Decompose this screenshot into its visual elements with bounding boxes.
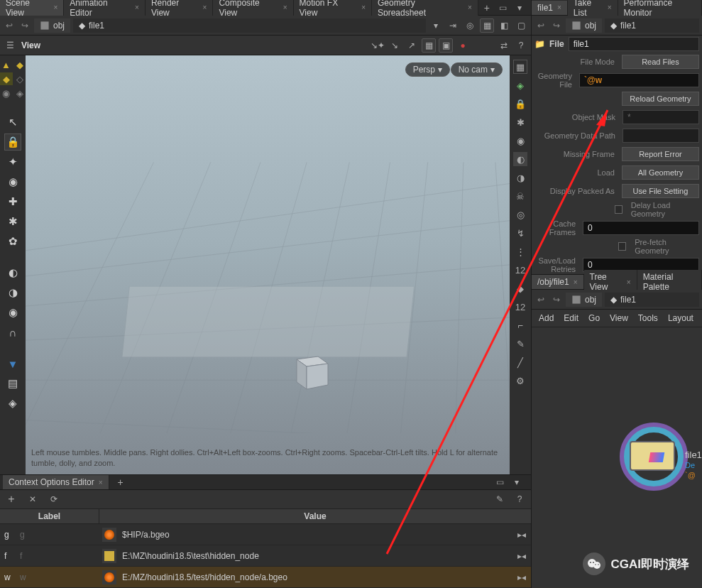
close-icon[interactable]: ×	[99, 479, 103, 486]
gear-icon[interactable]: ⚙	[513, 374, 527, 388]
maximize-icon[interactable]: ▭	[493, 475, 507, 489]
edit-icon[interactable]: ✎	[513, 337, 527, 351]
path-root[interactable]: obj	[34, 18, 70, 33]
camera-persp-button[interactable]: Persp▾	[405, 62, 450, 77]
missing-frame-button[interactable]: Report Error	[622, 147, 699, 161]
help-icon[interactable]: ?	[512, 492, 527, 506]
file-mode-button[interactable]: Read Files	[622, 55, 699, 69]
scale-icon[interactable]: ✚	[4, 193, 21, 210]
path-file[interactable]: ◆file1	[73, 18, 426, 33]
menu-edit[interactable]: Edit	[564, 313, 578, 323]
prefetch-checkbox[interactable]	[618, 242, 626, 251]
nums-icon[interactable]: 12	[513, 263, 527, 277]
close-icon[interactable]: ×	[627, 278, 631, 286]
load-button[interactable]: All Geometry	[622, 165, 699, 180]
geo-icon[interactable]: ◈	[13, 87, 26, 99]
close-icon[interactable]: ×	[203, 4, 207, 11]
cam-icon[interactable]: ◆	[0, 72, 13, 85]
close-icon[interactable]: ×	[283, 4, 287, 11]
file-node[interactable]: file1 De `@	[610, 420, 702, 505]
close-icon[interactable]: ×	[468, 4, 472, 11]
prims-icon[interactable]: ◆	[513, 281, 527, 295]
menu-icon[interactable]: ▾	[510, 475, 524, 489]
help-icon[interactable]: ?	[514, 38, 528, 53]
sculpt-icon[interactable]: ◉	[4, 304, 21, 321]
shadow-icon[interactable]: ◐	[513, 152, 527, 166]
nav-back-icon[interactable]: ↩	[534, 293, 547, 306]
geometry-file-input[interactable]	[579, 73, 699, 87]
pin-icon[interactable]: ⇥	[446, 18, 460, 33]
row-action-icon[interactable]: ▸◂	[512, 551, 531, 561]
nav-back-icon[interactable]: ↩	[3, 19, 16, 32]
ghost-icon[interactable]: ◧	[497, 18, 511, 33]
edit-icon[interactable]: ✎	[493, 492, 507, 506]
close-icon[interactable]: ×	[135, 4, 139, 11]
tab-context-options[interactable]: Context Options Editor×	[3, 475, 109, 489]
smooth-icon[interactable]: ∩	[4, 324, 21, 341]
xray-icon[interactable]: ◎	[513, 207, 527, 222]
menu-icon[interactable]: ▾	[512, 1, 527, 15]
display-icon[interactable]: ▦	[480, 18, 494, 33]
shade-icon[interactable]: ▦	[513, 60, 527, 74]
packed-button[interactable]: Use File Setting	[622, 184, 699, 198]
snap-point-icon[interactable]: ↘✦	[371, 38, 385, 53]
settings-icon[interactable]: ⇄	[497, 38, 511, 53]
menu-tools[interactable]: Tools	[638, 313, 658, 323]
select-icon[interactable]: ↖	[4, 114, 21, 131]
measure-icon[interactable]: ╱	[513, 355, 527, 369]
ao-icon[interactable]: ◑	[513, 170, 527, 185]
add-tab-button[interactable]: +	[478, 0, 495, 16]
network-editor[interactable]: file1 De `@	[532, 327, 702, 588]
nav-back-icon[interactable]: ↩	[534, 19, 547, 32]
null-icon[interactable]: ◉	[0, 87, 13, 99]
row-action-icon[interactable]: ▸◂	[512, 530, 531, 540]
view-menu-icon[interactable]: ☰	[3, 38, 17, 53]
add-option-button[interactable]: +	[4, 492, 18, 506]
close-icon[interactable]: ×	[53, 4, 57, 11]
add-tab-button[interactable]: +	[112, 474, 129, 490]
maximize-icon[interactable]: ▭	[495, 1, 510, 15]
paint-icon[interactable]: ◑	[4, 284, 21, 301]
menu-layout[interactable]: Layout	[668, 313, 693, 323]
nums2-icon[interactable]: 12	[513, 300, 527, 314]
inspect-icon[interactable]: ◈	[4, 395, 21, 412]
bone-icon[interactable]: ◇	[13, 72, 26, 85]
delay-load-checkbox[interactable]	[615, 205, 623, 214]
path-file[interactable]: ◆file1	[605, 293, 699, 307]
light-toggle-icon[interactable]: ◉	[513, 134, 527, 148]
rotate-icon[interactable]: ◉	[4, 173, 21, 190]
refresh-icon[interactable]: ⟳	[47, 492, 61, 506]
more-icon[interactable]: ▼	[4, 355, 21, 372]
object-mask-field[interactable]: *	[623, 110, 699, 124]
context-row-g[interactable]: gg $HIP/a.bgeo ▸◂	[0, 524, 531, 545]
skull-icon[interactable]: ☠	[513, 189, 527, 203]
lock-icon[interactable]: 🔒	[4, 134, 21, 151]
menu-view[interactable]: View	[610, 313, 628, 323]
context-row-w[interactable]: ww E:/MZ/houdini18.5/test/hidden_node/a.…	[0, 567, 531, 588]
close-icon[interactable]: ×	[361, 4, 366, 11]
tab-obj-file1[interactable]: /obj/file1×	[532, 275, 584, 289]
grid-icon[interactable]: ▦	[422, 38, 436, 53]
wire-icon[interactable]: ◈	[513, 78, 527, 92]
snap-edge-icon[interactable]: ↘	[388, 38, 402, 53]
translate-icon[interactable]: ✦	[4, 153, 21, 170]
record-icon[interactable]: ●	[456, 38, 470, 53]
path-root[interactable]: obj	[566, 18, 602, 33]
row-action-icon[interactable]: ▸◂	[512, 572, 531, 582]
camera-none-button[interactable]: No cam▾	[451, 62, 503, 77]
viewport[interactable]: Persp▾ No cam▾ Left mouse tumbles. Middl…	[26, 55, 510, 474]
close-icon[interactable]: ×	[574, 278, 578, 286]
snap-grid-icon[interactable]: ↗	[405, 38, 419, 53]
ghost2-icon[interactable]: ↯	[513, 226, 527, 240]
menu-add[interactable]: Add	[539, 313, 554, 323]
display-opts-icon[interactable]: ▣	[439, 38, 453, 53]
col-value[interactable]: Value	[99, 509, 531, 523]
menu-go[interactable]: Go	[588, 313, 600, 323]
data-path-field[interactable]	[623, 129, 699, 143]
reload-geometry-button[interactable]: Reload Geometry	[622, 92, 699, 106]
tab-file1[interactable]: file1×	[532, 1, 568, 15]
pts-icon[interactable]: ⋮	[513, 244, 527, 258]
close-icon[interactable]: ×	[608, 4, 612, 11]
lock-display-icon[interactable]: 🔒	[513, 97, 527, 111]
light-icon[interactable]: ◆	[13, 58, 26, 71]
